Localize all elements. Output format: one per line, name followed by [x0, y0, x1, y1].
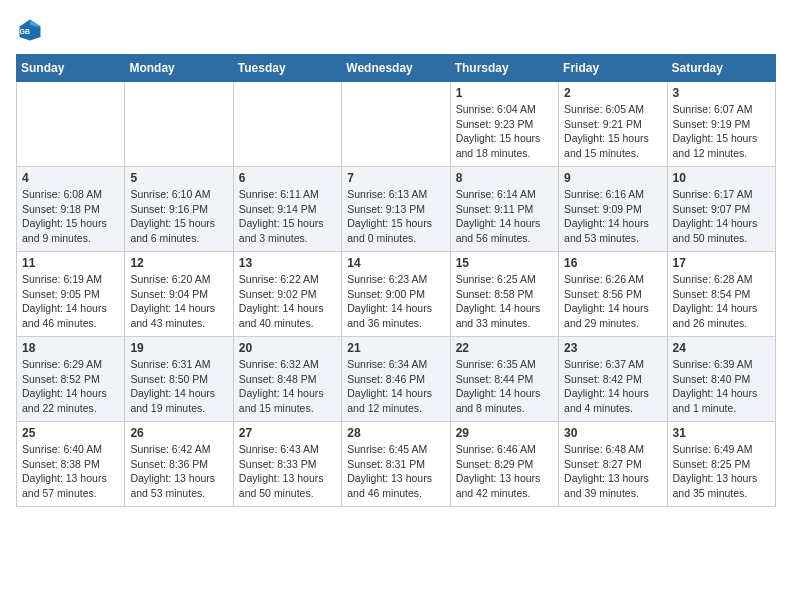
header: GB: [16, 16, 776, 44]
day-number: 25: [22, 426, 119, 440]
day-number: 3: [673, 86, 770, 100]
day-info: Sunrise: 6:31 AMSunset: 8:50 PMDaylight:…: [130, 357, 227, 416]
day-info: Sunrise: 6:17 AMSunset: 9:07 PMDaylight:…: [673, 187, 770, 246]
weekday-header-thursday: Thursday: [450, 55, 558, 82]
day-number: 19: [130, 341, 227, 355]
day-info: Sunrise: 6:28 AMSunset: 8:54 PMDaylight:…: [673, 272, 770, 331]
day-cell-31: 31Sunrise: 6:49 AMSunset: 8:25 PMDayligh…: [667, 422, 775, 507]
day-cell-18: 18Sunrise: 6:29 AMSunset: 8:52 PMDayligh…: [17, 337, 125, 422]
day-info: Sunrise: 6:19 AMSunset: 9:05 PMDaylight:…: [22, 272, 119, 331]
day-number: 24: [673, 341, 770, 355]
week-row-3: 11Sunrise: 6:19 AMSunset: 9:05 PMDayligh…: [17, 252, 776, 337]
day-info: Sunrise: 6:48 AMSunset: 8:27 PMDaylight:…: [564, 442, 661, 501]
day-cell-27: 27Sunrise: 6:43 AMSunset: 8:33 PMDayligh…: [233, 422, 341, 507]
day-info: Sunrise: 6:20 AMSunset: 9:04 PMDaylight:…: [130, 272, 227, 331]
week-row-2: 4Sunrise: 6:08 AMSunset: 9:18 PMDaylight…: [17, 167, 776, 252]
day-cell-10: 10Sunrise: 6:17 AMSunset: 9:07 PMDayligh…: [667, 167, 775, 252]
day-number: 26: [130, 426, 227, 440]
day-info: Sunrise: 6:11 AMSunset: 9:14 PMDaylight:…: [239, 187, 336, 246]
day-number: 30: [564, 426, 661, 440]
weekday-header-saturday: Saturday: [667, 55, 775, 82]
day-cell-2: 2Sunrise: 6:05 AMSunset: 9:21 PMDaylight…: [559, 82, 667, 167]
day-cell-12: 12Sunrise: 6:20 AMSunset: 9:04 PMDayligh…: [125, 252, 233, 337]
day-cell-3: 3Sunrise: 6:07 AMSunset: 9:19 PMDaylight…: [667, 82, 775, 167]
day-info: Sunrise: 6:23 AMSunset: 9:00 PMDaylight:…: [347, 272, 444, 331]
day-cell-6: 6Sunrise: 6:11 AMSunset: 9:14 PMDaylight…: [233, 167, 341, 252]
day-cell-30: 30Sunrise: 6:48 AMSunset: 8:27 PMDayligh…: [559, 422, 667, 507]
calendar-body: 1Sunrise: 6:04 AMSunset: 9:23 PMDaylight…: [17, 82, 776, 507]
day-info: Sunrise: 6:16 AMSunset: 9:09 PMDaylight:…: [564, 187, 661, 246]
day-info: Sunrise: 6:10 AMSunset: 9:16 PMDaylight:…: [130, 187, 227, 246]
day-number: 29: [456, 426, 553, 440]
day-info: Sunrise: 6:34 AMSunset: 8:46 PMDaylight:…: [347, 357, 444, 416]
weekday-header-monday: Monday: [125, 55, 233, 82]
day-number: 28: [347, 426, 444, 440]
day-number: 23: [564, 341, 661, 355]
empty-cell: [125, 82, 233, 167]
day-number: 12: [130, 256, 227, 270]
day-info: Sunrise: 6:35 AMSunset: 8:44 PMDaylight:…: [456, 357, 553, 416]
day-info: Sunrise: 6:45 AMSunset: 8:31 PMDaylight:…: [347, 442, 444, 501]
weekday-header-row: SundayMondayTuesdayWednesdayThursdayFrid…: [17, 55, 776, 82]
day-cell-1: 1Sunrise: 6:04 AMSunset: 9:23 PMDaylight…: [450, 82, 558, 167]
day-info: Sunrise: 6:40 AMSunset: 8:38 PMDaylight:…: [22, 442, 119, 501]
weekday-header-tuesday: Tuesday: [233, 55, 341, 82]
day-cell-4: 4Sunrise: 6:08 AMSunset: 9:18 PMDaylight…: [17, 167, 125, 252]
day-number: 20: [239, 341, 336, 355]
day-info: Sunrise: 6:49 AMSunset: 8:25 PMDaylight:…: [673, 442, 770, 501]
day-number: 16: [564, 256, 661, 270]
day-info: Sunrise: 6:29 AMSunset: 8:52 PMDaylight:…: [22, 357, 119, 416]
day-cell-23: 23Sunrise: 6:37 AMSunset: 8:42 PMDayligh…: [559, 337, 667, 422]
day-cell-21: 21Sunrise: 6:34 AMSunset: 8:46 PMDayligh…: [342, 337, 450, 422]
week-row-4: 18Sunrise: 6:29 AMSunset: 8:52 PMDayligh…: [17, 337, 776, 422]
day-number: 4: [22, 171, 119, 185]
day-number: 13: [239, 256, 336, 270]
day-info: Sunrise: 6:08 AMSunset: 9:18 PMDaylight:…: [22, 187, 119, 246]
day-info: Sunrise: 6:37 AMSunset: 8:42 PMDaylight:…: [564, 357, 661, 416]
empty-cell: [17, 82, 125, 167]
day-cell-11: 11Sunrise: 6:19 AMSunset: 9:05 PMDayligh…: [17, 252, 125, 337]
day-number: 2: [564, 86, 661, 100]
day-info: Sunrise: 6:46 AMSunset: 8:29 PMDaylight:…: [456, 442, 553, 501]
empty-cell: [342, 82, 450, 167]
day-number: 11: [22, 256, 119, 270]
day-number: 17: [673, 256, 770, 270]
day-info: Sunrise: 6:26 AMSunset: 8:56 PMDaylight:…: [564, 272, 661, 331]
day-number: 1: [456, 86, 553, 100]
day-info: Sunrise: 6:25 AMSunset: 8:58 PMDaylight:…: [456, 272, 553, 331]
day-cell-14: 14Sunrise: 6:23 AMSunset: 9:00 PMDayligh…: [342, 252, 450, 337]
day-cell-29: 29Sunrise: 6:46 AMSunset: 8:29 PMDayligh…: [450, 422, 558, 507]
day-info: Sunrise: 6:43 AMSunset: 8:33 PMDaylight:…: [239, 442, 336, 501]
weekday-header-sunday: Sunday: [17, 55, 125, 82]
day-number: 6: [239, 171, 336, 185]
day-info: Sunrise: 6:42 AMSunset: 8:36 PMDaylight:…: [130, 442, 227, 501]
logo: GB: [16, 16, 48, 44]
day-number: 31: [673, 426, 770, 440]
svg-text:GB: GB: [20, 28, 31, 35]
day-cell-13: 13Sunrise: 6:22 AMSunset: 9:02 PMDayligh…: [233, 252, 341, 337]
day-cell-15: 15Sunrise: 6:25 AMSunset: 8:58 PMDayligh…: [450, 252, 558, 337]
weekday-header-friday: Friday: [559, 55, 667, 82]
day-cell-24: 24Sunrise: 6:39 AMSunset: 8:40 PMDayligh…: [667, 337, 775, 422]
day-number: 5: [130, 171, 227, 185]
empty-cell: [233, 82, 341, 167]
day-info: Sunrise: 6:04 AMSunset: 9:23 PMDaylight:…: [456, 102, 553, 161]
day-info: Sunrise: 6:32 AMSunset: 8:48 PMDaylight:…: [239, 357, 336, 416]
day-info: Sunrise: 6:07 AMSunset: 9:19 PMDaylight:…: [673, 102, 770, 161]
week-row-5: 25Sunrise: 6:40 AMSunset: 8:38 PMDayligh…: [17, 422, 776, 507]
logo-icon: GB: [16, 16, 44, 44]
day-cell-9: 9Sunrise: 6:16 AMSunset: 9:09 PMDaylight…: [559, 167, 667, 252]
day-number: 22: [456, 341, 553, 355]
day-number: 27: [239, 426, 336, 440]
day-cell-22: 22Sunrise: 6:35 AMSunset: 8:44 PMDayligh…: [450, 337, 558, 422]
day-cell-17: 17Sunrise: 6:28 AMSunset: 8:54 PMDayligh…: [667, 252, 775, 337]
day-cell-16: 16Sunrise: 6:26 AMSunset: 8:56 PMDayligh…: [559, 252, 667, 337]
day-number: 18: [22, 341, 119, 355]
day-info: Sunrise: 6:39 AMSunset: 8:40 PMDaylight:…: [673, 357, 770, 416]
day-number: 15: [456, 256, 553, 270]
weekday-header-wednesday: Wednesday: [342, 55, 450, 82]
week-row-1: 1Sunrise: 6:04 AMSunset: 9:23 PMDaylight…: [17, 82, 776, 167]
day-info: Sunrise: 6:22 AMSunset: 9:02 PMDaylight:…: [239, 272, 336, 331]
day-cell-8: 8Sunrise: 6:14 AMSunset: 9:11 PMDaylight…: [450, 167, 558, 252]
day-number: 14: [347, 256, 444, 270]
